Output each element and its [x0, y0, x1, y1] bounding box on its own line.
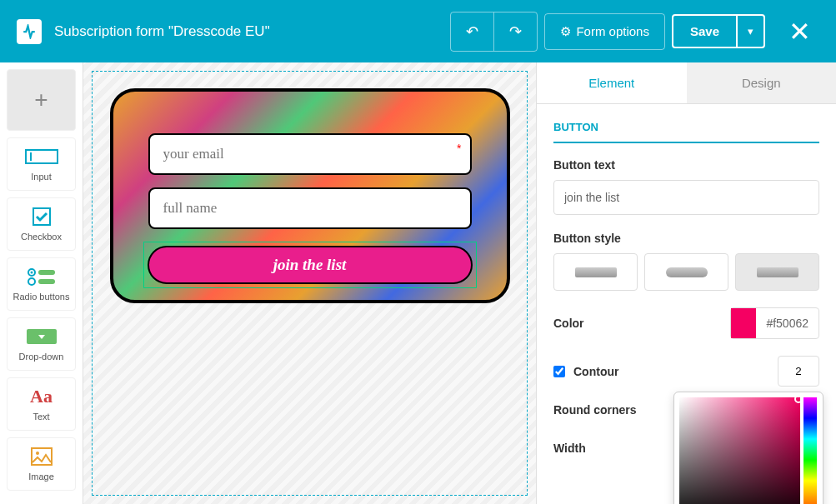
text-icon: Aa [25, 387, 58, 407]
tab-element[interactable]: Element [537, 62, 687, 103]
svg-rect-7 [38, 279, 55, 284]
hue-slider[interactable] [803, 397, 817, 504]
svg-point-4 [30, 272, 33, 274]
undo-redo-group: ↶ ↷ [450, 12, 538, 52]
svg-point-10 [36, 452, 39, 455]
tab-design[interactable]: Design [687, 62, 837, 103]
tool-label: Input [31, 172, 51, 182]
picker-handle-icon [794, 395, 803, 403]
canvas-area: * join the list [83, 62, 536, 504]
button-text-label: Button text [553, 158, 819, 172]
properties-panel: Element Design BUTTON Button text Button… [536, 62, 836, 504]
save-group: Save ▾ [672, 14, 765, 48]
selected-element-box: join the list [143, 242, 477, 288]
properties-tabs: Element Design [537, 62, 836, 104]
button-style-label: Button style [553, 232, 819, 245]
saturation-picker[interactable] [679, 397, 800, 504]
color-swatch [731, 308, 756, 338]
form-preview: * join the list [110, 88, 510, 303]
tool-radio[interactable]: Radio buttons [7, 257, 76, 311]
required-star-icon: * [457, 142, 461, 155]
color-input[interactable]: #f50062 [730, 307, 819, 339]
tool-label: Radio buttons [13, 292, 70, 302]
dropdown-icon [25, 327, 58, 347]
canvas-dropzone[interactable]: * join the list [92, 71, 528, 496]
tool-dropdown[interactable]: Drop-down [7, 317, 76, 371]
form-options-label: Form options [576, 24, 649, 38]
radio-icon [25, 267, 58, 287]
submit-button[interactable]: join the list [148, 246, 473, 284]
save-dropdown-button[interactable]: ▾ [736, 16, 763, 47]
input-icon [25, 147, 58, 167]
redo-button[interactable]: ↷ [494, 12, 537, 51]
page-title: Subscription form "Dresscode EU" [54, 23, 438, 40]
tool-input[interactable]: Input [7, 137, 76, 191]
image-icon [25, 447, 58, 467]
close-button[interactable]: ✕ [780, 16, 819, 47]
button-text-group: Button text [537, 158, 836, 232]
contour-width-input[interactable] [778, 356, 819, 387]
tool-label: Drop-down [19, 352, 64, 362]
style-flat[interactable] [553, 253, 638, 291]
save-button[interactable]: Save [673, 16, 736, 47]
main-layout: + Input Checkbox Radio buttons Drop-down [0, 62, 836, 504]
tool-text[interactable]: Aa Text [7, 377, 76, 431]
svg-rect-5 [38, 270, 55, 275]
svg-point-6 [28, 278, 35, 285]
toolbox-sidebar: + Input Checkbox Radio buttons Drop-down [0, 62, 83, 504]
add-element-button[interactable]: + [7, 69, 76, 131]
tool-image[interactable]: Image [7, 437, 76, 491]
button-style-group: Button style [537, 232, 836, 307]
tool-label: Image [28, 472, 54, 482]
logo-icon [17, 19, 42, 44]
checkbox-icon [25, 207, 58, 227]
app-header: Subscription form "Dresscode EU" ↶ ↷ ⚙ F… [0, 0, 836, 62]
contour-checkbox[interactable] [553, 366, 565, 377]
tool-label: Text [33, 412, 49, 422]
tool-checkbox[interactable]: Checkbox [7, 197, 76, 251]
name-field[interactable] [148, 187, 472, 229]
contour-label: Contour [573, 365, 618, 378]
email-field-wrap: * [148, 133, 472, 187]
color-group: Color #f50062 [537, 307, 836, 356]
section-title: BUTTON [553, 104, 819, 143]
undo-button[interactable]: ↶ [451, 12, 494, 51]
color-picker-popover [673, 392, 823, 504]
style-gradient[interactable] [735, 253, 819, 291]
header-actions: ↶ ↷ ⚙ Form options Save ▾ ✕ [450, 12, 819, 52]
style-buttons [553, 253, 819, 291]
form-options-button[interactable]: ⚙ Form options [544, 13, 665, 50]
tool-label: Checkbox [21, 232, 62, 242]
style-rounded[interactable] [644, 253, 728, 291]
gear-icon: ⚙ [560, 24, 571, 39]
color-label: Color [553, 317, 584, 330]
button-text-input[interactable] [553, 180, 819, 215]
color-code: #f50062 [756, 317, 818, 330]
email-field[interactable] [148, 133, 472, 175]
